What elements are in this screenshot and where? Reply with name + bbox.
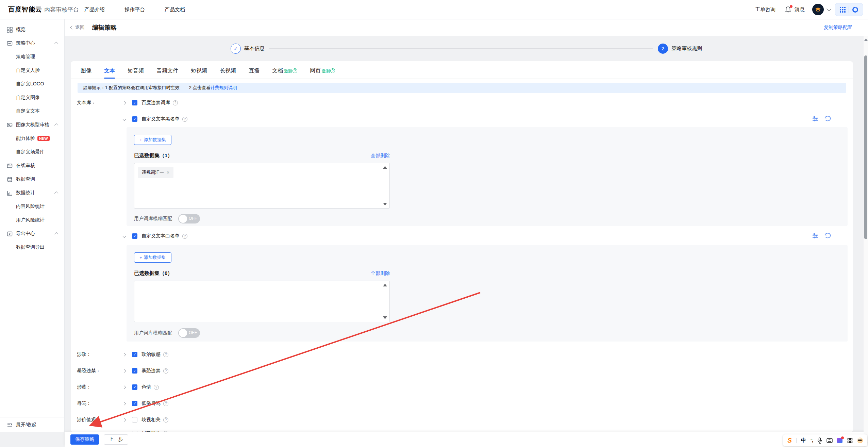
ime-toolbox-icon[interactable] bbox=[847, 438, 853, 443]
fuzzy-match-toggle[interactable]: OFF bbox=[178, 328, 200, 338]
input-method-bar[interactable]: S 中 °, bbox=[783, 434, 867, 446]
help-icon[interactable]: ? bbox=[182, 117, 187, 122]
delete-all-link[interactable]: 全部删除 bbox=[371, 153, 390, 159]
sidebar-item-user-risk-stats[interactable]: 用户风险统计 bbox=[0, 213, 64, 227]
back-link[interactable]: 返回 bbox=[75, 24, 85, 31]
sidebar-item-overview[interactable]: 概览 bbox=[0, 23, 64, 36]
chevron-up-icon[interactable] bbox=[54, 232, 58, 236]
chevron-right-icon[interactable] bbox=[123, 369, 126, 372]
nav-operation-platform[interactable]: 操作平台 bbox=[124, 6, 145, 13]
sidebar-item-export-center[interactable]: 导出中心 bbox=[0, 227, 64, 241]
help-icon[interactable]: ? bbox=[163, 352, 168, 357]
page-scrollbar[interactable] bbox=[864, 36, 868, 447]
tab-long-video[interactable]: 长视频 bbox=[220, 67, 236, 79]
abuse-checkbox[interactable] bbox=[132, 401, 137, 406]
politics-checkbox[interactable] bbox=[132, 352, 137, 357]
tab-short-video[interactable]: 短视频 bbox=[191, 67, 207, 79]
chevron-right-icon[interactable] bbox=[123, 101, 126, 104]
beta-help-icon[interactable]: ? bbox=[293, 68, 297, 73]
help-icon[interactable]: ? bbox=[163, 368, 168, 374]
chevron-right-icon[interactable] bbox=[123, 353, 126, 356]
nav-product-docs[interactable]: 产品文档 bbox=[165, 6, 185, 13]
sidebar-item-custom-logo[interactable]: 自定义LOGO bbox=[0, 77, 64, 91]
ime-skin-icon[interactable] bbox=[837, 438, 842, 443]
apps-grid-icon[interactable] bbox=[840, 7, 846, 13]
sidebar-item-strategy-manage[interactable]: 策略管理 bbox=[0, 50, 64, 64]
keyboard-icon[interactable] bbox=[827, 438, 833, 443]
sogou-logo-icon[interactable]: S bbox=[787, 437, 792, 444]
porn-checkbox[interactable] bbox=[132, 384, 137, 390]
avatar[interactable] bbox=[812, 4, 824, 15]
ticket-consult-link[interactable]: 工单咨询 bbox=[755, 6, 775, 13]
previous-step-button[interactable]: 上一步 bbox=[104, 434, 128, 445]
tab-audio-file[interactable]: 音频文件 bbox=[156, 67, 178, 79]
blacklist-add-dataset-button[interactable]: +添加数据集 bbox=[134, 135, 171, 145]
messages-link[interactable]: 消息 bbox=[795, 6, 805, 13]
ime-emoji-icon[interactable] bbox=[857, 437, 863, 443]
tab-text[interactable]: 文本 bbox=[104, 67, 115, 79]
chevron-right-icon[interactable] bbox=[123, 402, 126, 405]
chevron-down-icon[interactable] bbox=[123, 234, 126, 238]
sidebar-item-custom-face[interactable]: 自定义人脸 bbox=[0, 64, 64, 77]
scroll-down-icon[interactable] bbox=[383, 316, 387, 319]
scroll-up-icon[interactable] bbox=[383, 166, 387, 169]
copy-strategy-config-link[interactable]: 复制策略配置 bbox=[824, 24, 852, 31]
tab-image[interactable]: 图像 bbox=[81, 67, 91, 79]
nav-product-intro[interactable]: 产品介绍 bbox=[84, 6, 105, 13]
discrimination-checkbox[interactable] bbox=[132, 417, 137, 423]
back-chevron-icon[interactable] bbox=[70, 26, 74, 29]
remove-tag-icon[interactable]: × bbox=[167, 170, 169, 175]
sidebar-item-strategy-center[interactable]: 策略中心 bbox=[0, 36, 64, 50]
sidebar-item-capability-trial[interactable]: 能力体验 NEW bbox=[0, 132, 64, 145]
scroll-up-icon[interactable] bbox=[383, 284, 387, 286]
reset-undo-icon[interactable] bbox=[824, 232, 831, 239]
chevron-right-icon[interactable] bbox=[123, 385, 126, 389]
sidebar-item-data-query-export[interactable]: 数据查询导出 bbox=[0, 241, 64, 254]
sidebar-item-content-risk-stats[interactable]: 内容风险统计 bbox=[0, 200, 64, 213]
chevron-up-icon[interactable] bbox=[54, 42, 58, 46]
adjust-settings-icon[interactable] bbox=[812, 232, 819, 239]
terror-checkbox[interactable] bbox=[132, 368, 137, 374]
tab-document[interactable]: 文档邀测? bbox=[272, 67, 297, 79]
cloud-console-icon[interactable] bbox=[852, 6, 858, 13]
brand-logo[interactable]: 百度智能云 内容审核平台 bbox=[5, 5, 70, 14]
sidebar-item-custom-scene-lib[interactable]: 自定义场景库 bbox=[0, 145, 64, 159]
scrollbar-thumb[interactable] bbox=[864, 55, 867, 239]
whitelist-dataset-listbox[interactable] bbox=[134, 281, 390, 322]
scrollbar-up-icon[interactable] bbox=[864, 38, 868, 41]
chevron-up-icon[interactable] bbox=[54, 192, 58, 195]
sidebar-item-data-query[interactable]: 数据查询 bbox=[0, 172, 64, 186]
ime-punctuation-toggle[interactable]: °, bbox=[811, 438, 813, 443]
tab-live[interactable]: 直播 bbox=[249, 67, 260, 79]
sidebar-item-data-stats[interactable]: 数据统计 bbox=[0, 186, 64, 200]
scroll-down-icon[interactable] bbox=[383, 203, 387, 205]
chevron-up-icon[interactable] bbox=[54, 123, 58, 127]
microphone-icon[interactable] bbox=[817, 437, 822, 444]
delete-all-link[interactable]: 全部删除 bbox=[371, 270, 390, 277]
adjust-settings-icon[interactable] bbox=[812, 115, 819, 122]
ime-language-toggle[interactable]: 中 bbox=[801, 437, 806, 444]
billing-rules-link[interactable]: 计费规则说明 bbox=[211, 85, 237, 91]
save-strategy-button[interactable]: 保存策略 bbox=[70, 434, 99, 445]
blacklist-checkbox[interactable] bbox=[132, 116, 137, 122]
sidebar-item-online-review[interactable]: 在线审核 bbox=[0, 159, 64, 172]
reset-undo-icon[interactable] bbox=[824, 115, 831, 122]
sidebar-item-custom-image[interactable]: 自定义图像 bbox=[0, 91, 64, 104]
help-icon[interactable]: ? bbox=[182, 234, 187, 239]
help-icon[interactable]: ? bbox=[163, 401, 168, 406]
beta-help-icon[interactable]: ? bbox=[330, 68, 335, 73]
help-icon[interactable]: ? bbox=[173, 100, 178, 105]
help-icon[interactable]: ? bbox=[154, 385, 159, 390]
whitelist-add-dataset-button[interactable]: +添加数据集 bbox=[134, 252, 171, 263]
chevron-right-icon[interactable] bbox=[123, 418, 126, 421]
tab-webpage[interactable]: 网页邀测? bbox=[310, 67, 335, 79]
sidebar-collapse-toggle[interactable]: 展开/收起 bbox=[0, 417, 64, 432]
whitelist-checkbox[interactable] bbox=[132, 233, 137, 239]
tab-short-audio[interactable]: 短音频 bbox=[128, 67, 144, 79]
baidu-lib-checkbox[interactable] bbox=[132, 100, 137, 105]
help-icon[interactable]: ? bbox=[163, 417, 168, 423]
blacklist-dataset-listbox[interactable]: 违规词汇一× bbox=[134, 163, 390, 209]
sidebar-item-image-llm-review[interactable]: 图像大模型审核 bbox=[0, 118, 64, 132]
fuzzy-match-toggle[interactable]: OFF bbox=[178, 214, 200, 224]
notification-bell-icon[interactable] bbox=[784, 6, 792, 13]
